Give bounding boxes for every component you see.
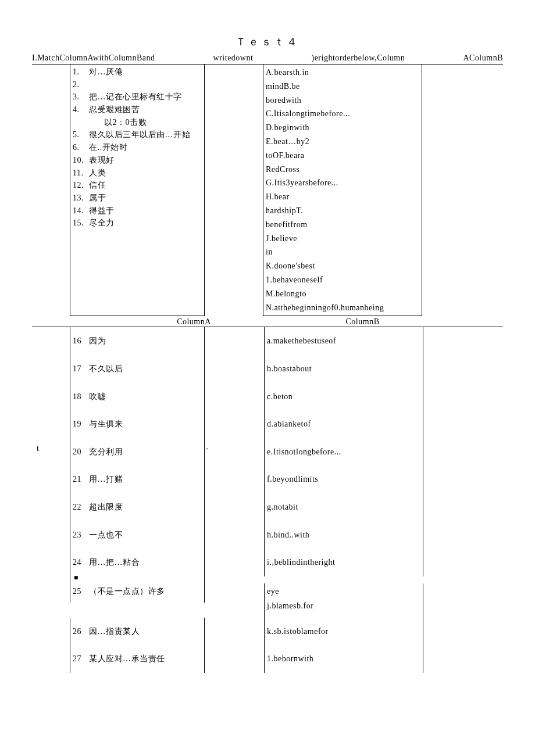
item-text: 某人应对…承当责任 bbox=[89, 653, 165, 665]
gap bbox=[205, 549, 264, 554]
col-b-cell: c.beton bbox=[264, 383, 423, 411]
col-a-cell: 18吹嘘 bbox=[70, 383, 205, 411]
item-text: d.ablanketof bbox=[267, 413, 420, 436]
section2: 16因为a.makethebestuseof17不久以后b.boastabout… bbox=[32, 327, 503, 673]
item-number: 14. bbox=[73, 205, 89, 217]
col-a-cell: 25（不是一点点）许多 bbox=[70, 583, 205, 603]
col-b-cell: i.,beblindintheright bbox=[264, 549, 423, 576]
col-a-cell: 26因…指责某人 bbox=[70, 618, 205, 646]
col-a-cell: 22超出限度 bbox=[70, 493, 205, 521]
row-prefix bbox=[32, 383, 70, 389]
item-number: 25 bbox=[73, 586, 89, 597]
list-item: M.belongto bbox=[266, 287, 419, 301]
item-text: 以2：0击败 bbox=[89, 116, 202, 129]
gap bbox=[205, 65, 263, 316]
item-number: 27 bbox=[73, 653, 89, 665]
list-item: G.Itis3yearsbefore... bbox=[266, 176, 419, 190]
item-text: 用…打赌 bbox=[89, 474, 123, 485]
gap bbox=[205, 465, 264, 471]
row-prefix: t bbox=[32, 438, 70, 453]
gap bbox=[205, 583, 264, 589]
col-b-cell: k.sb.istoblamefor bbox=[264, 618, 423, 646]
gap bbox=[205, 410, 264, 416]
item-text: 尽全力 bbox=[89, 217, 202, 230]
item-text: 忍受艰难困苦 bbox=[89, 103, 202, 116]
item-text: 一点也不 bbox=[89, 529, 123, 541]
table-row: 23一点也不h.bind..with bbox=[32, 521, 503, 549]
col-b-cell: eyej.blamesb.for bbox=[264, 583, 423, 618]
col-a-cell: 24用…把…粘合■ bbox=[70, 549, 205, 583]
list-item: mindB.be bbox=[266, 80, 419, 94]
col-b-cell: g.notabit bbox=[264, 493, 423, 521]
table-row: 25（不是一点点）许多eyej.blamesb.for bbox=[32, 583, 503, 618]
list-item: 6.在..开始时 bbox=[73, 141, 202, 154]
instr-1: I.MatchColumnAwithColumnBand bbox=[32, 53, 155, 63]
item-number: 10. bbox=[73, 154, 89, 167]
item-text: k.sb.istoblamefor bbox=[267, 620, 420, 643]
item-number: 26 bbox=[73, 626, 89, 637]
row-prefix bbox=[32, 618, 70, 624]
list-item: D.beginwith bbox=[266, 121, 419, 135]
list-item: boredwith bbox=[266, 94, 419, 108]
item-text: b.boastabout bbox=[267, 357, 420, 381]
item-number: 2. bbox=[73, 78, 89, 91]
item-text: f.beyondlimits bbox=[267, 468, 420, 491]
row-prefix bbox=[32, 355, 70, 361]
list-item: 4.忍受艰难困苦 bbox=[73, 103, 202, 116]
list-item: in bbox=[266, 245, 419, 259]
section1-col-a: 1.对…厌倦2.3.把…记在心里标有红十字4.忍受艰难困苦 以2：0击败5.很久… bbox=[70, 65, 205, 316]
table-row: t20充分利用-e.Itisnotlongbefore... bbox=[32, 438, 503, 466]
item-number: 11. bbox=[73, 167, 89, 180]
item-number: 23 bbox=[73, 529, 89, 541]
col-b-cell: d.ablanketof bbox=[264, 410, 423, 438]
list-item: J.believe bbox=[266, 232, 419, 246]
col-a-cell: 20充分利用 bbox=[70, 438, 205, 466]
item-number: 13. bbox=[73, 192, 89, 205]
item-text: 因…指责某人 bbox=[89, 626, 140, 637]
list-item: 1.behaveoneself bbox=[266, 273, 419, 287]
item-text: eye bbox=[267, 586, 420, 601]
list-item: C.Itisalongtimebefore... bbox=[266, 107, 419, 121]
list-item: H.bear bbox=[266, 190, 419, 204]
col-a-cell: 19与生俱来 bbox=[70, 410, 205, 438]
item-text: j.blamesb.for bbox=[267, 600, 420, 615]
page-title: Ｔｅｓｔ４ bbox=[32, 35, 503, 49]
instr-4: AColumnB bbox=[463, 53, 503, 63]
gap bbox=[205, 327, 264, 333]
list-item: toOF.beara bbox=[266, 149, 419, 163]
item-number: 12. bbox=[73, 179, 89, 192]
gap bbox=[205, 521, 264, 527]
item-text: 属于 bbox=[89, 192, 202, 205]
item-text: 把…记在心里标有红十字 bbox=[89, 91, 202, 103]
row-prefix bbox=[32, 521, 70, 527]
col-b-cell: h.bind..with bbox=[264, 521, 423, 549]
list-item: 12.信任 bbox=[73, 179, 202, 192]
item-number: 22 bbox=[73, 501, 89, 513]
row-prefix bbox=[32, 493, 70, 499]
item-text: 用…把…粘合 bbox=[89, 557, 140, 568]
item-text: a.makethebestuseof bbox=[267, 329, 420, 353]
item-number: 20 bbox=[73, 446, 89, 458]
list-item: 5.很久以后三年以后由…开始 bbox=[73, 128, 202, 141]
item-text: 得益于 bbox=[89, 205, 202, 217]
list-item: 11.人类 bbox=[73, 167, 202, 180]
col-a-cell: 21用…打赌 bbox=[70, 465, 205, 493]
row-prefix bbox=[32, 583, 70, 589]
list-item: 以2：0击败 bbox=[73, 116, 202, 129]
item-number: 15. bbox=[73, 217, 89, 230]
item-number: 5. bbox=[73, 128, 89, 141]
gap: - bbox=[205, 438, 264, 453]
list-item: K.doone'sbest bbox=[266, 259, 419, 273]
item-text: 在..开始时 bbox=[89, 141, 202, 154]
item-number: 17 bbox=[73, 363, 89, 375]
col-a-cell: 27某人应对…承当责任 bbox=[70, 645, 205, 673]
row-prefix bbox=[32, 327, 70, 333]
item-text: 与生俱来 bbox=[89, 418, 123, 430]
row-prefix bbox=[32, 549, 70, 554]
item-text: 不久以后 bbox=[89, 363, 123, 375]
item-number: 6. bbox=[73, 141, 89, 154]
list-item: 2. bbox=[73, 78, 202, 91]
col-a-cell: 16因为 bbox=[70, 327, 205, 355]
table-row: 24用…把…粘合■i.,beblindintheright bbox=[32, 549, 503, 583]
item-text: 很久以后三年以后由…开始 bbox=[89, 128, 202, 141]
